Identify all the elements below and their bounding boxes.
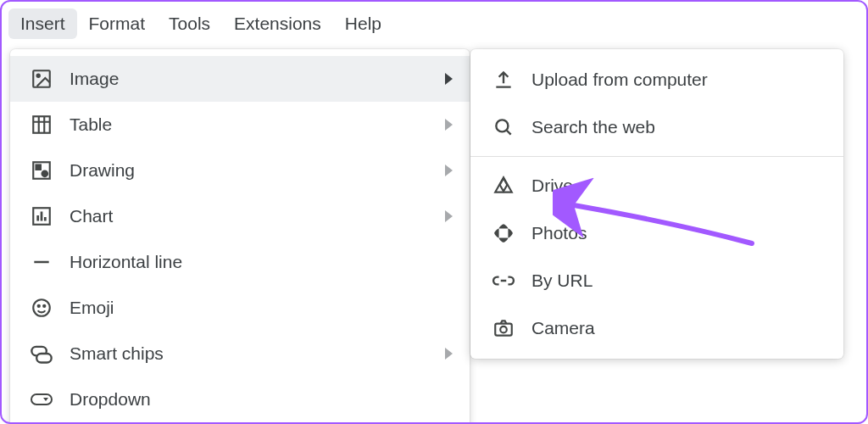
menu-item-dropdown[interactable]: Dropdown (10, 377, 470, 422)
menu-item-chart[interactable]: Chart (10, 193, 470, 239)
menu-item-label: Smart chips (70, 343, 445, 364)
submenu-divider (470, 156, 843, 157)
submenu-item-photos[interactable]: Photos (470, 209, 843, 257)
search-icon (491, 114, 516, 140)
menu-item-label: Horizontal line (70, 252, 453, 272)
submenu-item-camera[interactable]: Camera (470, 304, 843, 352)
menu-item-label: Drawing (70, 160, 445, 181)
insert-dropdown: Image Table Drawing Chart Horizontal lin… (10, 49, 470, 424)
menu-item-label: Emoji (70, 298, 453, 318)
menu-label: Tools (169, 14, 210, 33)
menu-item-table[interactable]: Table (10, 102, 470, 148)
submenu-arrow-icon (445, 348, 453, 360)
svg-rect-13 (31, 394, 52, 404)
menu-item-drawing[interactable]: Drawing (10, 148, 470, 193)
camera-icon (491, 315, 516, 341)
submenu-arrow-icon (445, 165, 453, 176)
chart-icon (29, 204, 54, 229)
submenu-item-drive[interactable]: Drive (470, 162, 843, 209)
emoji-icon (29, 295, 54, 321)
image-submenu: Upload from computer Search the web Driv… (470, 49, 843, 359)
svg-rect-12 (36, 354, 51, 363)
image-icon (29, 66, 54, 92)
menu-label: Help (345, 14, 381, 33)
submenu-item-label: Drive (531, 176, 826, 196)
svg-point-9 (38, 305, 40, 307)
upload-icon (491, 67, 516, 92)
submenu-item-upload[interactable]: Upload from computer (470, 56, 843, 103)
horizontal-line-icon (29, 249, 54, 275)
svg-point-8 (33, 299, 50, 316)
submenu-arrow-icon (445, 119, 453, 131)
dropdown-icon (29, 387, 54, 412)
menu-item-horizontal-line[interactable]: Horizontal line (10, 239, 470, 285)
svg-rect-4 (36, 165, 41, 170)
submenu-item-label: Camera (531, 318, 826, 338)
menu-label: Insert (20, 14, 65, 33)
svg-point-1 (37, 75, 40, 77)
smart-chips-icon (29, 341, 54, 366)
menu-item-label: Chart (70, 206, 445, 226)
menu-insert[interactable]: Insert (8, 8, 77, 39)
menu-label: Format (89, 14, 146, 33)
menu-extensions[interactable]: Extensions (222, 8, 333, 39)
link-icon (491, 268, 516, 293)
photos-icon (491, 220, 516, 246)
menu-help[interactable]: Help (333, 8, 393, 39)
menu-item-smart-chips[interactable]: Smart chips (10, 331, 470, 377)
svg-rect-15 (495, 324, 512, 336)
table-icon (29, 112, 54, 137)
menu-item-label: Dropdown (70, 389, 453, 410)
submenu-item-label: By URL (531, 271, 826, 291)
menu-item-image[interactable]: Image (10, 56, 470, 102)
submenu-item-by-url[interactable]: By URL (470, 257, 843, 304)
svg-rect-2 (33, 116, 50, 133)
menu-item-label: Image (70, 69, 445, 89)
menu-label: Extensions (234, 14, 321, 33)
menu-format[interactable]: Format (77, 8, 158, 39)
submenu-arrow-icon (445, 210, 453, 222)
menubar: Insert Format Tools Extensions Help (2, 2, 866, 42)
svg-point-5 (42, 171, 47, 177)
submenu-arrow-icon (445, 73, 453, 85)
svg-point-16 (500, 326, 507, 333)
menu-item-emoji[interactable]: Emoji (10, 285, 470, 331)
drawing-icon (29, 158, 54, 183)
submenu-item-label: Search the web (531, 117, 826, 137)
submenu-item-label: Photos (531, 223, 826, 243)
submenu-item-label: Upload from computer (531, 70, 826, 90)
menu-tools[interactable]: Tools (157, 8, 222, 39)
svg-point-10 (43, 305, 45, 307)
drive-icon (491, 173, 516, 198)
menu-item-label: Table (70, 114, 445, 135)
submenu-item-search[interactable]: Search the web (470, 103, 843, 151)
